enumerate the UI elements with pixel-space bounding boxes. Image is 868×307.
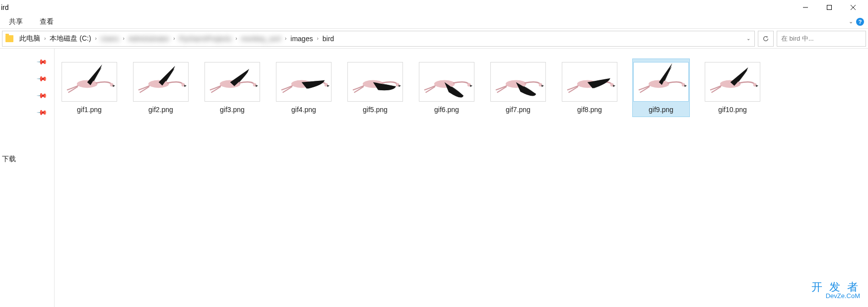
file-name: gif6.png [434, 106, 459, 114]
file-name: gif1.png [77, 106, 102, 114]
refresh-button[interactable] [758, 31, 774, 47]
file-thumbnail [133, 62, 189, 102]
file-name: gif4.png [291, 106, 316, 114]
watermark-line2: DevZe.CoM [811, 293, 860, 299]
breadcrumb-item[interactable]: images [288, 34, 315, 44]
addressbar: 此电脑›本地磁盘 (C:)›Users›Administrator›Pychar… [0, 29, 868, 49]
ribbon-chevron-icon[interactable]: ⌄ [849, 18, 853, 25]
watermark-line1: 开 发 者 [811, 282, 860, 293]
files-grid: gif1.png gif2.png gif3.png gif4.png [55, 49, 868, 307]
file-item[interactable]: gif2.png [132, 59, 190, 117]
sidebar-item-downloads[interactable]: 下载 [0, 155, 16, 164]
file-name: gif7.png [506, 106, 531, 114]
chevron-right-icon: › [173, 36, 175, 41]
file-item[interactable]: gif5.png [346, 59, 404, 117]
minimize-button[interactable] [801, 2, 810, 12]
main-area: 📌 📌 📌 📌 下载 gif1.png gif2.png gif3.png [0, 49, 868, 307]
ribbon: 共享 查看 ⌄ ? [0, 15, 868, 29]
breadcrumb-item[interactable]: 此电脑 [17, 33, 42, 44]
file-name: gif8.png [577, 106, 602, 114]
file-thumbnail [562, 62, 617, 102]
maximize-button[interactable] [824, 2, 834, 12]
chevron-right-icon: › [123, 36, 124, 41]
file-item[interactable]: gif9.png [632, 59, 690, 117]
file-name: gif5.png [363, 106, 388, 114]
file-thumbnail [633, 62, 689, 102]
file-item[interactable]: gif8.png [561, 59, 618, 117]
chevron-right-icon: › [285, 36, 286, 41]
file-name: gif2.png [148, 106, 173, 114]
breadcrumb-item[interactable]: 本地磁盘 (C:) [48, 33, 93, 44]
file-item[interactable]: gif7.png [489, 59, 547, 117]
chevron-right-icon: › [235, 36, 237, 41]
svg-point-4 [77, 80, 98, 88]
chevron-right-icon: › [44, 36, 46, 41]
watermark: 开 发 者 DevZe.CoM [811, 282, 860, 299]
search-input[interactable]: 在 bird 中... [777, 31, 866, 47]
file-thumbnail [62, 62, 117, 102]
sidebar: 📌 📌 📌 📌 下载 [0, 49, 55, 307]
search-placeholder: 在 bird 中... [781, 34, 814, 43]
pin-icon[interactable]: 📌 [36, 89, 48, 101]
file-name: gif3.png [220, 106, 245, 114]
file-thumbnail [276, 62, 332, 102]
file-thumbnail [347, 62, 403, 102]
pin-icon[interactable]: 📌 [36, 72, 48, 84]
breadcrumb-item[interactable]: PycharmProjects [177, 34, 234, 44]
file-thumbnail [204, 62, 260, 102]
svg-rect-1 [827, 5, 832, 10]
pin-icon[interactable]: 📌 [36, 106, 48, 118]
folder-icon [5, 35, 13, 42]
breadcrumb[interactable]: 此电脑›本地磁盘 (C:)›Users›Administrator›Pychar… [2, 31, 755, 47]
file-item[interactable]: gif3.png [203, 59, 261, 117]
chevron-right-icon: › [95, 36, 97, 41]
ribbon-tab-view[interactable]: 查看 [40, 17, 54, 26]
close-button[interactable] [848, 2, 858, 12]
file-name: gif10.png [718, 106, 747, 114]
chevron-right-icon: › [317, 36, 318, 41]
file-item[interactable]: gif10.png [704, 59, 761, 117]
svg-point-6 [148, 80, 169, 88]
svg-point-20 [649, 80, 669, 88]
pin-icon[interactable]: 📌 [36, 56, 48, 67]
file-name: gif9.png [649, 106, 673, 114]
window-controls [801, 2, 868, 12]
breadcrumb-dropdown-icon[interactable]: ⌄ [746, 36, 750, 41]
ribbon-tab-share[interactable]: 共享 [9, 17, 23, 26]
breadcrumb-item[interactable]: monkey_sort [239, 34, 283, 44]
file-item[interactable]: gif1.png [61, 59, 118, 117]
svg-point-14 [434, 80, 455, 88]
help-icon[interactable]: ? [856, 18, 864, 26]
file-item[interactable]: gif6.png [418, 59, 475, 117]
breadcrumb-item[interactable]: Administrator [127, 34, 171, 44]
ribbon-right: ⌄ ? [849, 18, 864, 26]
titlebar: ird [0, 0, 868, 15]
breadcrumb-item[interactable]: bird [321, 34, 336, 44]
file-item[interactable]: gif4.png [275, 59, 333, 117]
breadcrumb-item[interactable]: Users [99, 34, 121, 44]
file-thumbnail [705, 62, 760, 102]
window-title: ird [1, 3, 9, 11]
file-thumbnail [419, 62, 474, 102]
file-thumbnail [490, 62, 546, 102]
